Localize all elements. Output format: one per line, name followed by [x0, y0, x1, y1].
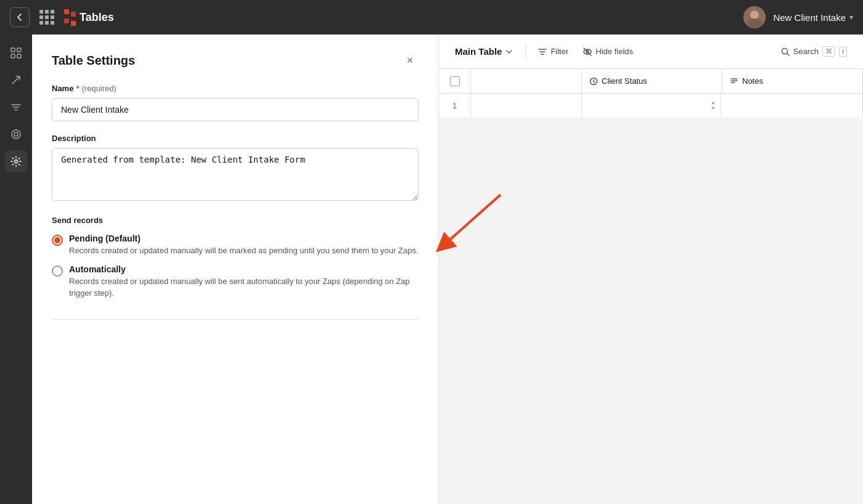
table-header: Client Status Notes — [439, 69, 863, 94]
automatically-label: Automatically — [69, 264, 419, 274]
search-kbd2: f — [839, 47, 847, 57]
row-col-client-status[interactable]: ▲ ▼ — [582, 94, 721, 118]
name-form-group: Name * (required) — [52, 84, 419, 121]
sort-up-icon: ▲ — [711, 100, 716, 105]
description-textarea[interactable] — [52, 148, 419, 201]
search-icon — [781, 47, 790, 56]
search-kbd: ⌘ — [822, 46, 835, 57]
pending-label: Pending (Default) — [69, 234, 419, 243]
hide-fields-label: Hide fields — [595, 47, 633, 56]
required-star: * — [76, 84, 79, 93]
close-button[interactable]: × — [401, 52, 419, 69]
svg-rect-4 — [17, 48, 21, 52]
header-col-notes: Notes — [722, 69, 863, 93]
description-form-group: Description — [52, 134, 419, 203]
header-checkbox-cell — [439, 69, 471, 93]
sidebar — [0, 35, 32, 504]
filter-label: Filter — [550, 47, 568, 56]
table-chevron-icon — [505, 48, 513, 55]
dialog-panel: Table Settings × Name * (required) Descr… — [32, 35, 439, 504]
description-label: Description — [52, 134, 419, 143]
table-panel: Main Table Filter — [439, 35, 863, 504]
svg-line-21 — [787, 53, 789, 55]
content-area: Table Settings × Name * (required) Descr… — [32, 35, 863, 504]
send-records-section: Send records Pending (Default) Records c… — [52, 216, 419, 307]
table-toolbar: Main Table Filter — [439, 35, 863, 69]
automatically-radio[interactable] — [52, 266, 63, 277]
svg-rect-3 — [11, 48, 15, 52]
section-divider — [52, 319, 419, 320]
workspace-chevron: ▾ — [849, 13, 853, 22]
select-all-checkbox[interactable] — [450, 76, 460, 86]
row-col-notes[interactable] — [721, 94, 863, 118]
pending-option[interactable]: Pending (Default) Records created or upd… — [52, 234, 419, 257]
svg-point-2 — [747, 18, 762, 28]
sidebar-item-settings[interactable] — [5, 150, 27, 173]
clock-icon — [589, 77, 598, 86]
sidebar-item-views[interactable] — [5, 123, 27, 145]
svg-rect-5 — [11, 54, 15, 58]
notes-header-label: Notes — [742, 76, 763, 86]
avatar — [743, 6, 766, 28]
hide-fields-button[interactable]: Hide fields — [577, 43, 639, 60]
lines-icon — [730, 77, 738, 86]
dialog-title: Table Settings — [52, 54, 135, 68]
automatically-option[interactable]: Automatically Records created or updated… — [52, 264, 419, 299]
eye-slash-icon — [583, 47, 592, 56]
sort-arrows[interactable]: ▲ ▼ — [711, 100, 716, 111]
table-row: 1 ▲ ▼ — [439, 94, 863, 118]
svg-rect-6 — [17, 54, 21, 58]
table-body: 1 ▲ ▼ — [439, 94, 863, 504]
search-button[interactable]: Search ⌘ f — [775, 43, 853, 60]
svg-point-10 — [12, 130, 20, 139]
pending-radio[interactable] — [52, 235, 63, 246]
row-col-empty[interactable] — [471, 94, 582, 118]
name-label: Name * (required) — [52, 84, 419, 93]
svg-point-1 — [750, 10, 759, 19]
header-col-empty — [471, 69, 582, 93]
svg-point-11 — [14, 132, 18, 136]
name-input[interactable] — [52, 98, 419, 121]
search-label: Search — [793, 47, 819, 56]
main-layout: Table Settings × Name * (required) Descr… — [0, 35, 863, 504]
brand-logo: Tables — [64, 9, 114, 26]
sort-down-icon: ▼ — [711, 106, 716, 111]
sidebar-item-redirect[interactable] — [5, 69, 27, 91]
workspace-name[interactable]: New Client Intake ▾ — [773, 12, 853, 23]
app-name: Tables — [80, 11, 114, 24]
pending-description: Records created or updated manually will… — [69, 245, 419, 257]
required-text: (required) — [81, 84, 116, 93]
top-bar: Tables New Client Intake ▾ — [0, 0, 863, 35]
client-status-header-label: Client Status — [602, 76, 647, 86]
sidebar-item-filter[interactable] — [5, 96, 27, 118]
row-number: 1 — [452, 101, 457, 110]
toolbar-divider-1 — [525, 44, 526, 59]
table-name-label: Main Table — [455, 46, 502, 57]
table-name-button[interactable]: Main Table — [449, 43, 519, 60]
dialog-header: Table Settings × — [52, 52, 419, 69]
header-col-client-status: Client Status — [582, 69, 722, 93]
send-records-label: Send records — [52, 216, 419, 225]
filter-button[interactable]: Filter — [532, 43, 575, 60]
row-number-cell: 1 — [439, 94, 471, 118]
back-button[interactable] — [10, 7, 30, 27]
automatically-description: Records created or updated manually will… — [69, 275, 419, 299]
filter-icon — [538, 47, 547, 56]
apps-icon[interactable] — [39, 10, 54, 25]
sidebar-item-grid[interactable] — [5, 42, 27, 64]
svg-point-12 — [15, 160, 18, 163]
